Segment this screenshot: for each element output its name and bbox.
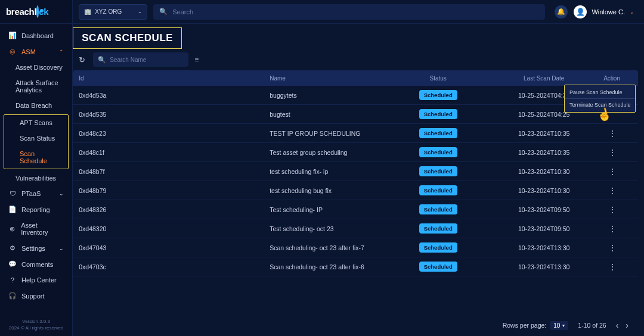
row-action-button[interactable]: ⋮ (607, 185, 618, 196)
sidebar-item-label: Asset Inventory (21, 222, 64, 236)
page-range: 1-10 of 26 (578, 322, 606, 329)
sidebar-item-label: Data Breach (16, 102, 52, 109)
cell-action: ⋮ (603, 147, 632, 158)
name-search-input[interactable] (110, 57, 184, 63)
rows-per-page-label: Rows per page: (503, 322, 547, 329)
sidebar-item-vulnerabilities[interactable]: Vulnerabilities (0, 170, 72, 186)
sidebar-item-label: APT Scans (20, 119, 52, 126)
topbar: 🏢 XYZ ORG ⌄ 🔍 🔔 👤 Winlowe C. ⌄ (73, 0, 644, 24)
version-text: Version 2.0.3 (0, 319, 72, 325)
row-action-button[interactable]: ⋮ (607, 204, 618, 215)
cell-id: 0xd4703c (79, 263, 270, 270)
prev-page-button[interactable]: ‹ (616, 321, 619, 330)
name-search[interactable]: 🔍 (93, 52, 188, 67)
sidebar-item-data-breach[interactable]: Data Breach (0, 98, 72, 113)
cell-status: Scheduled (392, 147, 484, 157)
table-row[interactable]: 0xd48c1fTest asset group schedulingSched… (73, 143, 638, 162)
table-row[interactable]: 0xd4d535bugtestScheduled10-25-2024T04:25 (73, 105, 638, 124)
pagination: Rows per page: 10 ▾ 1-10 of 26 ‹ › (73, 315, 638, 336)
search-icon: 🔍 (159, 8, 168, 15)
sidebar-item-support[interactable]: 🎧 Support (0, 288, 72, 304)
row-action-button[interactable]: ⋮ (607, 223, 618, 234)
cell-id: 0xd4d53a (79, 92, 270, 99)
sidebar-item-scan-schedule[interactable]: Scan Schedule (4, 146, 68, 169)
sidebar-item-apt-scans[interactable]: APT Scans (4, 115, 68, 130)
cell-id: 0xd48326 (79, 206, 270, 213)
table-row[interactable]: 0xd48320Test scheduling- oct 23Scheduled… (73, 219, 638, 238)
org-selector[interactable]: 🏢 XYZ ORG ⌄ (79, 4, 147, 20)
cell-id: 0xd4d535 (79, 111, 270, 118)
sidebar-nav: 📊 Dashboard ◎ ASM ⌃ Asset Discovery Atta… (0, 24, 72, 315)
sidebar-footer: Version 2.0.3 2024 © All rights reserved (0, 315, 72, 336)
filter-button[interactable]: ≡ (194, 55, 199, 64)
cell-id: 0xd47043 (79, 244, 270, 251)
table-row[interactable]: 0xd4d53abuggytetsScheduled10-25-2024T04:… (73, 86, 638, 105)
highlight-box: APT Scans Scan Status Scan Schedule (4, 114, 69, 169)
sidebar-item-label: Dashboard (21, 32, 54, 39)
sidebar-item-attack-surface[interactable]: Attack Surface Analytics (0, 75, 72, 98)
table-header: Id Name Status Last Scan Date Action (73, 70, 638, 86)
chevron-down-icon: ⌄ (138, 9, 142, 14)
terminate-scan-menu-item[interactable]: Terminate Scan Schedule (565, 98, 635, 111)
sidebar-item-asm[interactable]: ◎ ASM ⌃ (0, 43, 72, 60)
table-row[interactable]: 0xd48326Test scheduling- IPScheduled10-2… (73, 200, 638, 219)
org-icon: 🏢 (84, 8, 91, 15)
table-row[interactable]: 0xd48b79test scheduling bug fixScheduled… (73, 181, 638, 200)
sidebar-item-label: Settings (21, 245, 45, 252)
cell-name: Scan scheduling- oct 23 after fix-6 (270, 263, 392, 270)
cell-name: Test scheduling- oct 23 (270, 225, 392, 232)
sidebar-item-label: PTaaS (21, 190, 41, 197)
refresh-button[interactable]: ↻ (76, 54, 87, 65)
table-row[interactable]: 0xd48c23TEST IP GROUP SCHEDULINGSchedule… (73, 124, 638, 143)
cell-action: ⋮ (603, 262, 632, 272)
main: 🏢 XYZ ORG ⌄ 🔍 🔔 👤 Winlowe C. ⌄ (73, 0, 644, 336)
sidebar-item-settings[interactable]: ⚙ Settings ⌄ (0, 240, 72, 256)
cell-date: 10-23-2024T10:35 (484, 149, 603, 156)
cell-id: 0xd48320 (79, 225, 270, 232)
report-icon: 📄 (8, 206, 17, 213)
status-badge: Scheduled (419, 109, 457, 119)
table-row[interactable]: 0xd47043Scan scheduling- oct 23 after fi… (73, 238, 638, 257)
row-action-button[interactable]: ⋮ (607, 242, 618, 253)
inventory-icon: ⊚ (8, 225, 16, 233)
row-action-button[interactable]: ⋮ (607, 166, 618, 177)
sidebar-item-label: Asset Discovery (16, 64, 63, 71)
sidebar-item-ptaas[interactable]: 🛡 PTaaS ⌄ (0, 186, 72, 201)
row-action-button[interactable]: ⋮ (607, 262, 618, 272)
user-menu[interactable]: 👤 Winlowe C. ⌄ (574, 5, 634, 18)
help-icon: ? (8, 276, 17, 284)
sidebar-item-scan-status[interactable]: Scan Status (4, 130, 68, 146)
status-badge: Scheduled (419, 204, 457, 214)
sidebar-item-label: Comments (21, 261, 53, 268)
table-row[interactable]: 0xd4703cScan scheduling- oct 23 after fi… (73, 257, 638, 276)
topbar-right: 🔔 👤 Winlowe C. ⌄ (551, 5, 638, 18)
notifications-button[interactable]: 🔔 (555, 5, 568, 18)
next-page-button[interactable]: › (626, 321, 628, 330)
row-action-button[interactable]: ⋮ (607, 147, 618, 158)
header-date: Last Scan Date (484, 75, 603, 82)
table: Id Name Status Last Scan Date Action 0xd… (73, 70, 638, 315)
sidebar-item-comments[interactable]: 💬 Comments (0, 256, 72, 272)
sidebar-item-asset-inventory[interactable]: ⊚ Asset Inventory (0, 217, 72, 240)
sidebar-item-label: Vulnerabilities (16, 175, 56, 182)
sidebar-item-help[interactable]: ? Help Center (0, 272, 72, 288)
global-search-input[interactable] (172, 8, 539, 15)
page-size-select[interactable]: 10 ▾ (550, 321, 568, 330)
cell-id: 0xd48c1f (79, 149, 270, 156)
chevron-down-icon: ⌄ (630, 9, 634, 15)
cell-date: 10-23-2024T10:35 (484, 130, 603, 137)
status-badge: Scheduled (419, 185, 457, 195)
chevron-down-icon: ⌄ (59, 191, 64, 197)
sidebar-item-reporting[interactable]: 📄 Reporting (0, 201, 72, 217)
cell-name: Test scheduling- IP (270, 206, 392, 213)
table-row[interactable]: 0xd48b7ftest scheduling fix- ipScheduled… (73, 162, 638, 181)
row-action-button[interactable]: ⋮ (607, 128, 618, 139)
global-search[interactable]: 🔍 (153, 4, 545, 20)
sidebar: breachlck 📊 Dashboard ◎ ASM ⌃ Asset Disc… (0, 0, 73, 336)
sidebar-item-asset-discovery[interactable]: Asset Discovery (0, 60, 72, 75)
status-badge: Scheduled (419, 166, 457, 176)
cell-id: 0xd48b7f (79, 168, 270, 175)
sidebar-item-dashboard[interactable]: 📊 Dashboard (0, 27, 72, 43)
status-badge: Scheduled (419, 262, 457, 272)
pause-scan-menu-item[interactable]: Pause Scan Schedule (565, 86, 635, 98)
